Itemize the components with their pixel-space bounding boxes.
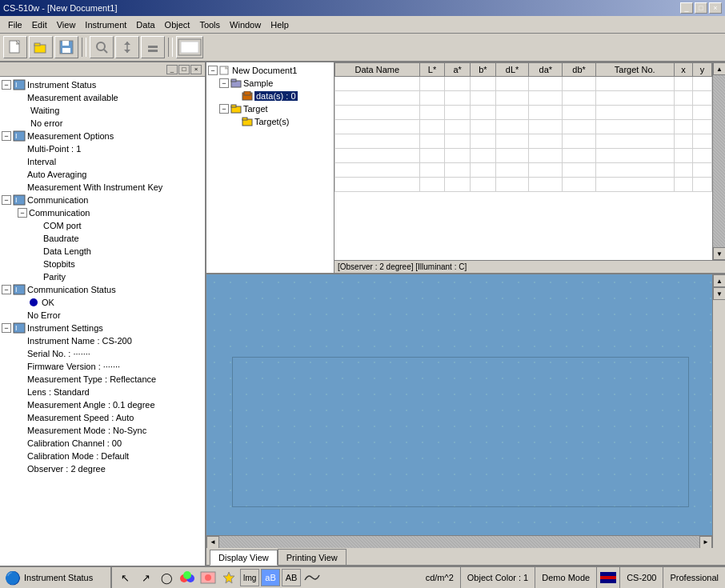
tree-no-error2[interactable]: No Error xyxy=(2,309,203,322)
tree-instrument-settings[interactable]: − I Instrument Settings xyxy=(2,322,203,334)
menu-data[interactable]: Data xyxy=(131,18,159,31)
tree-firmware-version[interactable]: Firmware Version : ······· xyxy=(2,360,203,373)
tree-communication-status[interactable]: − I Communication Status xyxy=(2,283,203,296)
tree-calibration-mode[interactable]: Calibration Mode : Default xyxy=(2,450,203,462)
tool-circle[interactable]: ◯ xyxy=(157,569,176,586)
tree-waiting[interactable]: Waiting xyxy=(2,104,203,117)
toolbar-open[interactable] xyxy=(29,36,53,58)
tree-measurement-available[interactable]: Measurement available xyxy=(2,91,203,104)
menu-object[interactable]: Object xyxy=(160,18,195,31)
tree-ok[interactable]: OK xyxy=(2,296,203,309)
tool-ab1[interactable]: aB xyxy=(261,569,280,586)
expand-communication[interactable]: − xyxy=(2,195,11,205)
doc-tree-new-document[interactable]: − New Document1 xyxy=(208,64,332,77)
menu-view[interactable]: View xyxy=(52,18,81,31)
tree-com-port[interactable]: COM port xyxy=(2,219,203,232)
expand-instrument-settings[interactable]: − xyxy=(2,323,11,333)
tree-no-error[interactable]: No error xyxy=(2,117,203,130)
chart-scroll-track-h[interactable] xyxy=(219,536,699,548)
menu-file[interactable]: File xyxy=(3,18,27,31)
tree-measurement-angle[interactable]: Measurement Angle : 0.1 degree xyxy=(2,398,203,411)
expand-instrument-status[interactable]: − xyxy=(2,80,11,90)
expand-measurement-options[interactable]: − xyxy=(2,131,11,141)
tool-arrow[interactable]: ↖ xyxy=(115,569,134,586)
tab-display-view[interactable]: Display View xyxy=(210,550,278,566)
panel-close[interactable]: × xyxy=(190,65,202,74)
tool-img[interactable]: Img xyxy=(240,569,259,586)
expand-target[interactable]: − xyxy=(219,104,229,114)
minimize-button[interactable]: _ xyxy=(680,2,693,14)
chart-scroll-left[interactable]: ◄ xyxy=(206,536,219,549)
status-object-color: Object Color : 1 xyxy=(461,567,535,588)
tree-communication[interactable]: − I Communication xyxy=(2,194,203,206)
tree-communication-sub[interactable]: − Communication xyxy=(2,206,203,219)
tree-measurement-mode[interactable]: Measurement Mode : No-Sync xyxy=(2,424,203,437)
status-instrument[interactable]: 🔵 Instrument Status xyxy=(0,567,112,588)
menu-help[interactable]: Help xyxy=(266,18,294,31)
svg-rect-39 xyxy=(600,576,616,579)
tree-interval[interactable]: Interval xyxy=(2,155,203,168)
panel-maximize[interactable]: □ xyxy=(178,65,190,74)
svg-rect-5 xyxy=(62,48,70,53)
status-cs200: CS-200 xyxy=(620,567,663,588)
tree-stopbits[interactable]: Stopbits xyxy=(2,258,203,270)
tree-measurement-with-key[interactable]: Measurement With Instrument Key xyxy=(2,181,203,194)
tree-measurement-options[interactable]: − I Measurement Options xyxy=(2,130,203,142)
table-scrollbar-v[interactable]: ▲ ▼ xyxy=(712,62,725,260)
scroll-down[interactable]: ▼ xyxy=(713,247,725,260)
menu-edit[interactable]: Edit xyxy=(27,18,52,31)
tool-wave[interactable] xyxy=(302,569,322,586)
tree-data-length[interactable]: Data Length xyxy=(2,245,203,258)
doc-tree-target[interactable]: − Target xyxy=(208,102,332,115)
toolbar-new[interactable] xyxy=(3,36,27,58)
status-cd: cd/m^2 xyxy=(419,567,461,588)
doc-tree-sample[interactable]: − Sample xyxy=(208,77,332,90)
menu-instrument[interactable]: Instrument xyxy=(80,18,131,31)
toolbar-updown[interactable] xyxy=(115,36,139,58)
tab-printing-view[interactable]: Printing View xyxy=(278,549,346,565)
scroll-track[interactable] xyxy=(713,75,725,247)
tool-color2[interactable] xyxy=(198,569,218,586)
scroll-up[interactable]: ▲ xyxy=(713,62,725,75)
tree-multi-point[interactable]: Multi-Point : 1 xyxy=(2,142,203,155)
maximize-button[interactable]: □ xyxy=(695,2,707,14)
document-tree[interactable]: − New Document1 − Sample data(s) : 0 − xyxy=(206,62,334,273)
expand-new-document[interactable]: − xyxy=(208,66,218,75)
chart-scrollbar-h[interactable]: ◄ ► xyxy=(206,535,712,548)
tool-star[interactable] xyxy=(219,569,238,586)
tree-auto-averaging[interactable]: Auto Averaging xyxy=(2,168,203,181)
chart-scroll-down[interactable]: ▼ xyxy=(713,287,725,300)
tree-instrument-name[interactable]: Instrument Name : CS-200 xyxy=(2,334,203,347)
svg-text:I: I xyxy=(15,286,18,294)
tree-measurement-speed[interactable]: Measurement Speed : Auto xyxy=(2,411,203,424)
expand-communication-sub[interactable]: − xyxy=(18,208,27,218)
doc-tree-data[interactable]: data(s) : 0 xyxy=(208,90,332,102)
expand-sample[interactable]: − xyxy=(219,78,229,88)
tree-measurement-type[interactable]: Measurement Type : Reflectance xyxy=(2,373,203,386)
close-button[interactable]: × xyxy=(709,2,722,14)
panel-minimize[interactable]: _ xyxy=(166,65,178,74)
label-communication: Communication xyxy=(27,195,88,205)
expand-communication-status[interactable]: − xyxy=(2,285,11,294)
tool-color1[interactable] xyxy=(178,569,197,586)
tree-observer[interactable]: Observer : 2 degree xyxy=(2,462,203,475)
doc-tree-targets[interactable]: Target(s) xyxy=(208,115,332,128)
tree-lens[interactable]: Lens : Standard xyxy=(2,386,203,398)
tool-diagonal[interactable]: ↗ xyxy=(136,569,155,586)
tree-calibration-channel[interactable]: Calibration Channel : 00 xyxy=(2,437,203,450)
chart-scroll-up[interactable]: ▲ xyxy=(713,274,725,287)
toolbar-chart[interactable] xyxy=(176,36,203,58)
tool-ab2[interactable]: AB xyxy=(282,569,301,586)
toolbar-minus[interactable] xyxy=(141,36,165,58)
toolbar-search[interactable] xyxy=(90,36,114,58)
menu-tools[interactable]: Tools xyxy=(194,18,225,31)
tree-baudrate[interactable]: Baudrate xyxy=(2,232,203,245)
tree-instrument-status[interactable]: − I Instrument Status xyxy=(2,78,203,91)
tree-parity[interactable]: Parity xyxy=(2,270,203,283)
menu-window[interactable]: Window xyxy=(225,18,266,31)
chart-scroll-right[interactable]: ► xyxy=(699,536,712,549)
toolbar-save[interactable] xyxy=(54,36,78,58)
instrument-tree[interactable]: − I Instrument Status Measurement availa… xyxy=(0,77,205,566)
tree-serial-no[interactable]: Serial No. : ······· xyxy=(2,347,203,360)
chart-scrollbar-v[interactable]: ▲ ▼ xyxy=(712,274,725,548)
